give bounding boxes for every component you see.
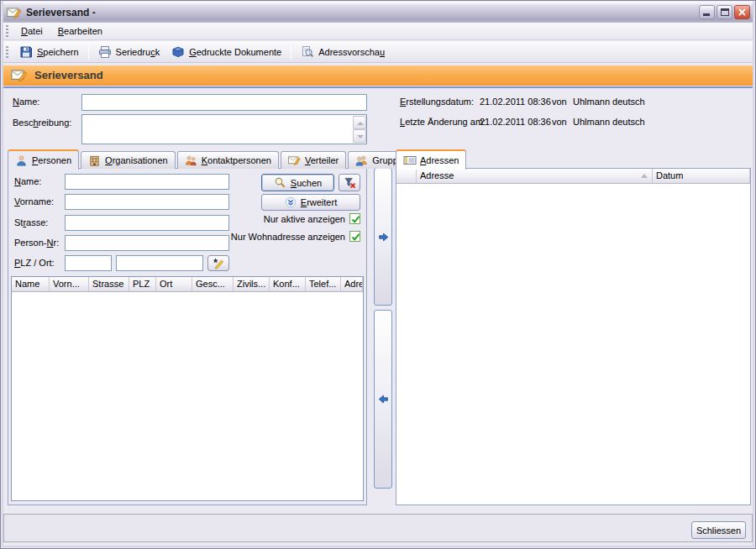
suchen-button-label: Suchen <box>291 178 322 188</box>
column-header-plz[interactable]: PLZ <box>129 277 156 292</box>
ort-lookup-button[interactable] <box>207 255 229 271</box>
checkmark-icon <box>351 215 360 224</box>
search-vorname-input[interactable] <box>65 194 229 210</box>
schliessen-button-label: Schliessen <box>696 525 741 536</box>
checkmark-icon <box>351 233 360 242</box>
contact-person-icon <box>185 154 198 167</box>
close-icon <box>735 6 749 18</box>
application-window: Serieversand - Datei Bearbeiten Speicher… <box>0 0 756 549</box>
name-input[interactable] <box>81 94 367 111</box>
tab-adressen-label: Adressen <box>420 155 459 165</box>
tab-organisationen[interactable]: Organisationen <box>81 151 176 169</box>
toolbar-separator <box>291 44 291 60</box>
tab-verteiler[interactable]: Verteiler <box>281 151 346 169</box>
move-right-button[interactable] <box>374 168 392 306</box>
column-header-adresse-label: Adresse <box>420 170 454 180</box>
maximize-icon <box>721 8 729 16</box>
suchen-button[interactable]: Suchen <box>261 174 334 191</box>
toolbar-separator <box>88 44 89 60</box>
menu-item-bearbeiten[interactable]: Bearbeiten <box>50 24 110 38</box>
tab-organisationen-label: Organisationen <box>105 155 168 165</box>
tab-adressen[interactable]: Adressen <box>396 149 466 170</box>
titlebar: Serieversand - <box>2 2 754 23</box>
printed-documents-icon <box>171 45 185 59</box>
close-button[interactable] <box>734 5 750 19</box>
erweitert-button-label: Erweitert <box>301 197 337 207</box>
groups-icon <box>355 154 369 167</box>
toolbar-gedruckte-dokumente-label: Gedruckte Dokumente <box>189 47 281 57</box>
toolbar-gedruckte-dokumente-button[interactable]: Gedruckte Dokumente <box>165 43 287 60</box>
minimize-button[interactable] <box>699 5 715 19</box>
menu-item-datei[interactable]: Datei <box>13 24 50 38</box>
left-tabstrip: Personen Organisationen Kontaktpersonen … <box>8 149 416 169</box>
clear-filter-button[interactable] <box>339 174 360 191</box>
column-header-row-indicator[interactable] <box>396 169 417 184</box>
search-icon <box>274 176 286 189</box>
toolbar-seriedruck-button[interactable]: Seriedruck <box>92 43 166 60</box>
schliessen-button[interactable]: Schliessen <box>691 521 746 539</box>
results-list[interactable]: Name Vorn... Strasse PLZ Ort Gesc... Ziv… <box>11 276 364 501</box>
column-header-geschlecht[interactable]: Gesc... <box>192 277 234 292</box>
toolbar-seriedruck-label: Seriedruck <box>116 47 160 57</box>
tab-kontaktpersonen[interactable]: Kontaktpersonen <box>177 151 279 169</box>
move-left-button[interactable] <box>374 310 392 489</box>
created-user: Uhlmann deutsch <box>573 94 645 110</box>
arrow-right-icon <box>378 232 389 243</box>
toolbar-adressvorschau-label: Adressvorschau <box>318 47 385 57</box>
toolbar-adressvorschau-button[interactable]: Adressvorschau <box>295 43 391 60</box>
column-header-ort[interactable]: Ort <box>156 277 192 292</box>
column-header-vorname[interactable]: Vorn... <box>50 277 89 292</box>
person-icon <box>15 154 29 167</box>
maximize-button[interactable] <box>717 5 732 19</box>
address-preview-icon <box>301 45 314 59</box>
print-icon <box>98 45 112 59</box>
scroll-up-button[interactable] <box>353 116 366 129</box>
nur-wohnadresse-label: Nur Wohnadresse anzeigen <box>231 232 345 242</box>
right-tabstrip: Adressen <box>396 149 466 169</box>
column-header-name[interactable]: Name <box>12 277 50 292</box>
column-header-adresse[interactable]: Adre... <box>341 277 363 292</box>
footer-bar <box>3 514 753 542</box>
adressen-tab-page[interactable]: Adresse Datum <box>396 168 751 505</box>
column-header-datum[interactable]: Datum <box>653 169 750 184</box>
search-vorname-label: Vorname: <box>14 194 54 210</box>
menu-item-datei-label: Datei <box>21 26 43 36</box>
toolbar-speichern-label: Speichern <box>37 47 79 57</box>
menubar-grip-handle[interactable] <box>6 25 8 37</box>
column-header-strasse[interactable]: Strasse <box>89 277 129 292</box>
erweitert-button[interactable]: Erweitert <box>261 194 360 211</box>
serieversand-envelope-icon <box>11 68 28 82</box>
nur-wohnadresse-checkbox[interactable] <box>349 231 360 242</box>
tab-personen[interactable]: Personen <box>8 149 79 170</box>
search-name-label: Name: <box>14 174 41 190</box>
search-plz-input[interactable] <box>65 255 112 271</box>
minimize-icon <box>703 13 710 16</box>
beschreibung-label: Beschreibung: <box>13 115 71 131</box>
modified-label: Letzte Änderung am: <box>400 114 486 130</box>
search-name-input[interactable] <box>65 174 229 190</box>
toolbar-speichern-button[interactable]: Speichern <box>13 43 85 60</box>
double-chevron-down-icon <box>285 196 297 208</box>
search-plz-ort-label: PLZ / Ort: <box>14 255 55 271</box>
addresses-header: Adresse Datum <box>396 169 750 184</box>
beschreibung-textarea[interactable] <box>82 115 353 144</box>
toolbar-grip-handle[interactable] <box>6 46 8 58</box>
nur-aktive-checkbox[interactable] <box>349 213 360 224</box>
search-ort-input[interactable] <box>116 255 203 271</box>
save-icon <box>19 45 33 59</box>
distribution-envelope-icon <box>288 154 302 167</box>
page-header: Serieversand <box>3 65 753 86</box>
pencil-star-icon <box>213 257 225 269</box>
modified-value: 21.02.2011 08:36 <box>480 114 551 130</box>
column-header-telefon[interactable]: Telef... <box>306 277 341 292</box>
scroll-down-button[interactable] <box>353 129 366 143</box>
column-header-zivilstand[interactable]: Zivils... <box>234 277 270 292</box>
name-label: Name: <box>13 94 39 110</box>
beschreibung-field <box>81 114 367 144</box>
scroll-up-icon <box>357 122 364 125</box>
column-header-konfession[interactable]: Konf... <box>270 277 306 292</box>
search-strasse-label: Strasse: <box>14 215 48 231</box>
column-header-adresse[interactable]: Adresse <box>417 169 653 184</box>
tab-kontaktpersonen-label: Kontaktpersonen <box>202 155 271 165</box>
tab-personen-label: Personen <box>32 155 71 165</box>
